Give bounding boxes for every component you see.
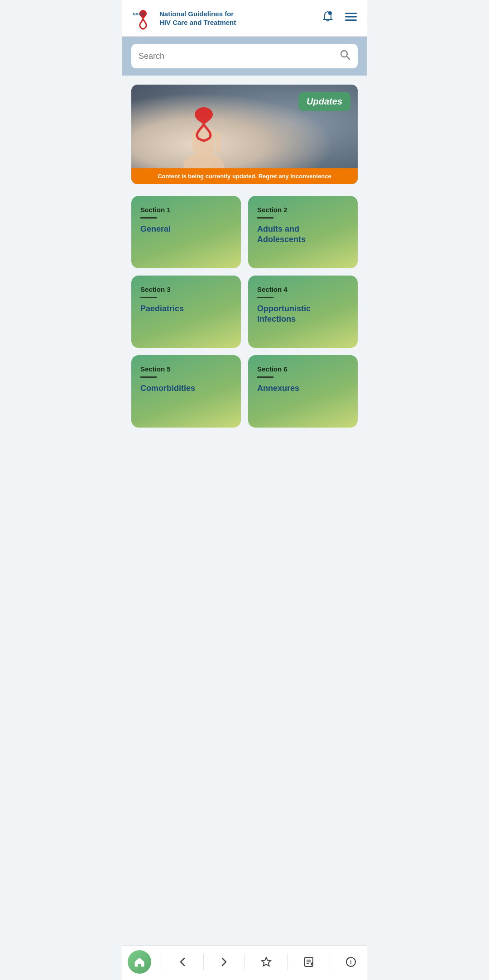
section-1-divider xyxy=(140,217,157,219)
app-header: NACO National Guidelines for HIV Care an… xyxy=(122,0,367,37)
section-card-2[interactable]: Section 2 Adults and Adolescents xyxy=(248,196,358,268)
sections-grid: Section 1 General Section 2 Adults and A… xyxy=(122,189,367,435)
section-6-title: Annexures xyxy=(257,383,349,394)
svg-rect-3 xyxy=(345,13,357,14)
banner-container[interactable]: Updates Content is being currently updat… xyxy=(131,85,358,184)
section-card-1[interactable]: Section 1 General xyxy=(131,196,241,268)
svg-rect-5 xyxy=(345,19,357,21)
svg-rect-13 xyxy=(216,132,221,152)
notification-icon[interactable] xyxy=(321,10,334,26)
search-section xyxy=(122,37,367,76)
section-1-label: Section 1 xyxy=(140,206,232,214)
section-card-6[interactable]: Section 6 Annexures xyxy=(248,355,358,428)
ribbon-illustration xyxy=(168,98,240,180)
naco-logo: NACO xyxy=(131,6,155,30)
svg-line-7 xyxy=(347,57,350,60)
section-5-divider xyxy=(140,376,157,378)
search-box xyxy=(131,44,358,68)
section-4-divider xyxy=(257,297,273,298)
banner-notice: Content is being currently updated. Regr… xyxy=(131,168,358,184)
logo-area: NACO National Guidelines for HIV Care an… xyxy=(131,6,236,30)
section-3-divider xyxy=(140,297,157,298)
section-5-title: Comorbidities xyxy=(140,383,232,394)
section-card-3[interactable]: Section 3 Paediatrics xyxy=(131,276,241,348)
section-card-4[interactable]: Section 4 Opportunistic Infections xyxy=(248,276,358,348)
app-title: National Guidelines for HIV Care and Tre… xyxy=(159,10,236,27)
section-card-5[interactable]: Section 5 Comorbidities xyxy=(131,355,241,428)
section-3-title: Paediatrics xyxy=(140,304,232,314)
section-5-label: Section 5 xyxy=(140,365,232,373)
search-icon[interactable] xyxy=(340,49,350,63)
svg-text:NACO: NACO xyxy=(133,12,145,16)
section-4-title: Opportunistic Infections xyxy=(257,304,349,325)
header-actions xyxy=(321,10,358,26)
banner-section: Updates Content is being currently updat… xyxy=(122,76,367,189)
search-input[interactable] xyxy=(139,52,335,61)
section-2-label: Section 2 xyxy=(257,206,349,214)
updates-badge[interactable]: Updates xyxy=(298,92,350,111)
section-4-label: Section 4 xyxy=(257,285,349,293)
menu-icon[interactable] xyxy=(344,10,358,26)
section-6-divider xyxy=(257,376,273,378)
svg-rect-4 xyxy=(345,16,357,17)
section-3-label: Section 3 xyxy=(140,285,232,293)
section-2-divider xyxy=(257,217,273,219)
section-2-title: Adults and Adolescents xyxy=(257,224,349,245)
section-6-label: Section 6 xyxy=(257,365,349,373)
svg-point-2 xyxy=(328,11,332,15)
section-1-title: General xyxy=(140,224,232,234)
